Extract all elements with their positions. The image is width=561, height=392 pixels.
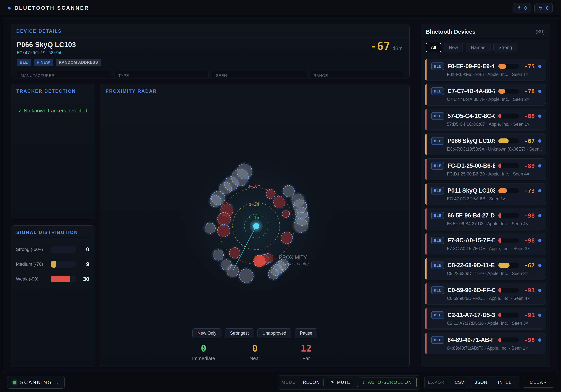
radar-device-dot xyxy=(282,210,290,218)
signal-bucket-count: 9 xyxy=(76,261,89,267)
signal-distribution-row: Strong (-50+)0 xyxy=(16,246,89,253)
radar-filter-pause[interactable]: Pause xyxy=(295,328,317,338)
radar-filter-strongest[interactable]: Strongest xyxy=(225,328,254,338)
signal-strength-bar xyxy=(498,313,519,317)
signal-bucket-label: Strong (-50+) xyxy=(16,247,51,252)
proximity-count-far: 12Far xyxy=(292,343,320,361)
radar-filter-unapproved[interactable]: Unapproved xyxy=(257,328,291,338)
device-card[interactable]: BLEFC-D1-25-00-B6-B9-89FC:D1:25:00:B6:B9… xyxy=(425,158,546,180)
export-intel-button[interactable]: INTEL xyxy=(494,378,515,387)
device-rssi: -93 xyxy=(522,287,535,294)
scanning-status: SCANNING... xyxy=(7,376,65,389)
device-name: FC-D1-25-00-B6-B9 xyxy=(447,162,495,169)
signal-strength-bar xyxy=(498,238,519,243)
main-content: DEVICE DETAILS P066 SkyQ LC103 EC:47:0C:… xyxy=(3,18,558,373)
bluetooth-count-chip[interactable]: 0 xyxy=(513,3,531,13)
radar-device-dot xyxy=(227,265,238,277)
mode-label: MODE xyxy=(282,380,296,385)
radar-device-dot xyxy=(210,196,221,207)
device-card[interactable]: BLEP011 SkyQ LC103-73EC:47:0C:3F:5A:6B ·… xyxy=(425,183,546,205)
ble-badge: BLE xyxy=(431,137,444,145)
device-card[interactable]: BLEF0-EF-09-F6-E9-46-75F0:EF:09:F6:E9:46… xyxy=(425,59,546,81)
device-subtitle: C2:11:A7:17:D5:36 · Apple, Inc. · Seen 3… xyxy=(447,321,541,326)
device-subtitle: FC:D1:25:00:B6:B9 · Apple, Inc. · Seen 4… xyxy=(447,172,541,177)
signal-accent-bar xyxy=(425,109,427,130)
radar-visualization[interactable]: < 1m1–3m3–10mPROXIMITY(signal strength) xyxy=(100,97,410,328)
mini-column: TRACKER DETECTION ✓ No known trackers de… xyxy=(11,84,94,367)
export-csv-button[interactable]: CSV xyxy=(451,378,468,387)
device-card-main-row: BLEC8-22-68-9D-11-E9-62 xyxy=(431,261,541,269)
signal-distribution-title: SIGNAL DISTRIBUTION xyxy=(15,226,90,238)
check-icon: ✓ xyxy=(18,108,22,114)
rssi-unit: dBm xyxy=(393,45,403,51)
radar-ring-label-2: 3–10m xyxy=(248,184,260,189)
signal-strength-bar xyxy=(498,163,519,168)
sidebar-filter-strong[interactable]: Strong xyxy=(493,43,517,52)
signal-strength-fill xyxy=(498,139,508,143)
radar-filter-new-only[interactable]: New Only xyxy=(192,328,222,338)
sidebar-header: Bluetooth Devices (39) xyxy=(421,24,550,39)
signal-rows: Strong (-50+)0Medium (-70)9Weak (-90)30 xyxy=(11,238,94,290)
clear-button[interactable]: CLEAR xyxy=(523,377,554,388)
location-count-chip[interactable]: 0 xyxy=(534,3,553,13)
signal-bar-fill xyxy=(51,276,70,283)
selected-device-rssi: -67 dBm xyxy=(370,40,403,53)
device-card[interactable]: BLE66-5F-96-B4-27-D3-9866:5F:96:B4:27:D3… xyxy=(425,208,546,230)
signal-strength-fill xyxy=(498,114,501,119)
tracker-status-text: No known trackers detected xyxy=(24,108,87,114)
device-list[interactable]: BLEF0-EF-09-F6-E9-46-75F0:EF:09:F6:E9:46… xyxy=(421,56,550,367)
device-card[interactable]: BLEF7-8C-A0-15-7E-DE-98F7:8C:A0:15:7E:DE… xyxy=(425,233,546,255)
signal-distribution-row: Medium (-70)9 xyxy=(16,261,89,268)
device-card-main-row: BLEC7-C7-4B-4A-80-7F-78 xyxy=(431,87,541,95)
sidebar-filter-named[interactable]: Named xyxy=(466,43,491,52)
device-card[interactable]: BLEC2-11-A7-17-D5-36-91C2:11:A7:17:D5:36… xyxy=(425,308,546,329)
radar-device-dot xyxy=(266,190,275,199)
device-subtitle: C0:59:90:6D:FF:CE · Apple, Inc. · Seen 4… xyxy=(447,296,541,301)
device-status-dot xyxy=(538,214,541,217)
signal-strength-fill xyxy=(498,89,505,94)
speaker-icon xyxy=(331,380,335,385)
app-header: BLUETOOTH SCANNER 0 0 xyxy=(0,0,561,16)
signal-accent-bar xyxy=(425,308,427,329)
device-name: C8-22-68-9D-11-E9 xyxy=(447,262,495,269)
device-card-main-row: BLEC2-11-A7-17-D5-36-91 xyxy=(431,311,541,319)
header-stats: 0 0 xyxy=(513,3,553,13)
device-card-main-row: BLEF7-8C-A0-15-7E-DE-98 xyxy=(431,237,541,244)
scanning-label: SCANNING... xyxy=(20,380,59,385)
tracker-detection-title: TRACKER DETECTION xyxy=(15,84,90,97)
device-subtitle: 64:89:40:71:AB:F0 · Apple, Inc. · Seen 1… xyxy=(447,346,541,351)
radar-device-dot xyxy=(281,232,293,244)
auto-scroll-toggle[interactable]: ↓ AUTO-SCROLL ON xyxy=(357,378,417,387)
radar-device-dot xyxy=(229,248,240,258)
device-card[interactable]: BLEC7-C7-4B-4A-80-7F-78C7:C7:4B:4A:80:7F… xyxy=(425,84,546,106)
sidebar-filter-row: AllNewNamedStrong xyxy=(421,39,550,56)
sidebar-filter-all[interactable]: All xyxy=(426,43,441,52)
signal-strength-bar xyxy=(498,188,519,193)
device-details-title: DEVICE DETAILS xyxy=(11,24,410,37)
device-card[interactable]: BLEC0-59-90-6D-FF-CE-93C0:59:90:6D:FF:CE… xyxy=(425,283,546,305)
device-card-main-row: BLE64-89-40-71-AB-F0-98 xyxy=(431,336,541,344)
proximity-count-label: Far xyxy=(292,356,320,361)
device-subtitle: EC:47:0C:3F:5A:6B · Seen 1× xyxy=(447,196,541,202)
sidebar-title: Bluetooth Devices xyxy=(426,29,475,35)
device-card[interactable]: BLEP066 SkyQ LC103-67EC:47:0C:19:58:9A ·… xyxy=(425,133,546,155)
device-name: C7-C7-4B-4A-80-7F xyxy=(447,88,495,95)
device-card-main-row: BLEC0-59-90-6D-FF-CE-93 xyxy=(431,286,541,294)
device-card[interactable]: BLE64-89-40-71-AB-F0-9864:89:40:71:AB:F0… xyxy=(425,333,546,354)
down-arrow-icon: ↓ xyxy=(362,380,366,385)
device-card[interactable]: BLE57-D5-C4-1C-8C-07-8857:D5:C4:1C:8C:07… xyxy=(425,109,546,131)
device-card-main-row: BLE66-5F-96-B4-27-D3-98 xyxy=(431,212,541,219)
export-json-button[interactable]: JSON xyxy=(471,378,491,387)
device-status-dot xyxy=(538,289,541,292)
sidebar-filter-new[interactable]: New xyxy=(444,43,463,52)
mode-recon-button[interactable]: RECON xyxy=(299,378,324,387)
device-rssi: -62 xyxy=(522,262,535,269)
export-group: EXPORT CSVJSONINTEL xyxy=(424,376,519,389)
radar-stage[interactable]: < 1m1–3m3–10mPROXIMITY(signal strength) xyxy=(100,97,410,328)
device-card-main-row: BLEF0-EF-09-F6-E9-46-75 xyxy=(431,63,541,70)
device-card[interactable]: BLEC8-22-68-9D-11-E9-62C8:22:68:9D:11:E9… xyxy=(425,258,546,280)
middle-row: TRACKER DETECTION ✓ No known trackers de… xyxy=(11,84,410,367)
export-buttons: CSVJSONINTEL xyxy=(451,378,515,387)
signal-accent-bar xyxy=(425,134,427,155)
mute-button[interactable]: MUTE xyxy=(327,378,354,387)
